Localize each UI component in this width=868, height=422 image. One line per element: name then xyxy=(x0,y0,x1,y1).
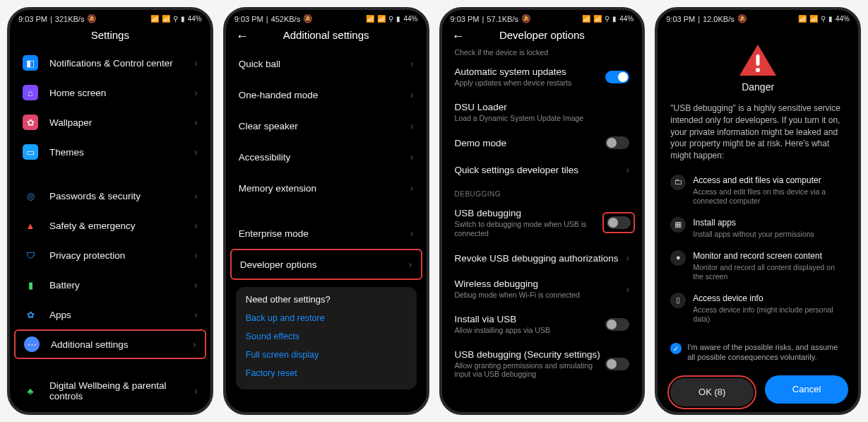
battery-pct: 44% xyxy=(403,15,417,23)
link-fullscreen[interactable]: Full screen display xyxy=(246,346,407,364)
warning-icon xyxy=(738,43,778,77)
status-bar: 9:03 PM | 321KB/s 🔕 📶 📶 ⚲ ▮ 44% xyxy=(10,10,210,25)
back-button[interactable]: ← xyxy=(452,29,465,44)
row-additional-settings[interactable]: ⋯ Additional settings › xyxy=(14,329,206,359)
screen-developer-options: 9:03 PM| 57.1KB/s 🔕 📶📶 ⚲▮ 44% ← Develope… xyxy=(439,7,646,415)
chevron-right-icon: › xyxy=(194,279,198,291)
signal-icon: 📶 xyxy=(150,15,159,23)
toggle-usb-debugging[interactable] xyxy=(607,216,631,229)
wifi-icon: ⚲ xyxy=(173,15,178,23)
toggle-demo-mode[interactable] xyxy=(605,136,629,149)
chevron-right-icon: › xyxy=(194,87,198,98)
toggle-auto-updates[interactable] xyxy=(605,71,629,83)
status-bar: 9:03 PM| 452KB/s 🔕 📶📶 ⚲▮ 44% xyxy=(226,10,427,25)
row-home-screen[interactable]: ⌂ Home screen › xyxy=(10,78,210,107)
row-clear-speaker[interactable]: Clear speaker › xyxy=(226,110,427,141)
notifications-icon: ◧ xyxy=(23,55,38,71)
chevron-right-icon: › xyxy=(194,146,198,158)
row-demo-mode[interactable]: Demo mode xyxy=(442,129,643,156)
chevron-right-icon: › xyxy=(626,252,630,264)
bullet-files: 🗀 Access and edit files via computer Acc… xyxy=(670,169,845,211)
status-net: 57.1KB/s xyxy=(487,15,518,23)
back-button[interactable]: ← xyxy=(236,29,249,44)
link-factory-reset[interactable]: Factory reset xyxy=(246,364,407,382)
row-developer-options[interactable]: Developer options › xyxy=(230,249,422,280)
link-backup[interactable]: Back up and restore xyxy=(246,309,407,327)
status-time: 9:03 PM xyxy=(666,15,695,23)
record-icon: ● xyxy=(670,250,686,266)
chevron-right-icon: › xyxy=(194,57,198,69)
row-memory-ext[interactable]: Memory extension › xyxy=(226,172,427,204)
cancel-button[interactable]: Cancel xyxy=(765,375,848,404)
signal-icon: 📶 xyxy=(162,15,170,23)
row-qs-tiles[interactable]: Quick settings developer tiles › xyxy=(442,156,643,183)
card-header: Need other settings? xyxy=(246,294,407,305)
chevron-right-icon: › xyxy=(194,220,198,231)
row-passwords[interactable]: ◎ Passwords & security › xyxy=(10,181,210,211)
chevron-right-icon: › xyxy=(409,259,412,270)
row-usb-security[interactable]: USB debugging (Security settings) Allow … xyxy=(442,342,643,386)
other-settings-card: Need other settings? Back up and restore… xyxy=(236,287,417,389)
consent-checkbox-row[interactable]: ✓ I'm aware of the possible risks, and a… xyxy=(658,329,858,370)
row-battery[interactable]: ▮ Battery › xyxy=(10,270,210,300)
row-wireless-debug[interactable]: Wireless debugging Debug mode when Wi-Fi… xyxy=(442,271,643,307)
screen-settings: 9:03 PM | 321KB/s 🔕 📶 📶 ⚲ ▮ 44% Settings… xyxy=(7,7,213,415)
home-icon: ⌂ xyxy=(23,85,38,100)
chevron-right-icon: › xyxy=(194,385,198,397)
dnd-icon: 🔕 xyxy=(521,14,531,23)
toggle-usb-security[interactable] xyxy=(605,358,629,370)
battery-pct: 44% xyxy=(619,15,634,23)
row-safety[interactable]: ▲ Safety & emergency › xyxy=(10,211,210,240)
row-wallpaper[interactable]: ✿ Wallpaper › xyxy=(10,107,210,137)
danger-body: "USB debugging" is a highly sensitive se… xyxy=(658,102,858,162)
row-one-handed[interactable]: One-handed mode › xyxy=(226,79,427,110)
page-title: Developer options xyxy=(499,29,585,41)
screen-additional-settings: 9:03 PM| 452KB/s 🔕 📶📶 ⚲▮ 44% ← Additiona… xyxy=(223,7,429,415)
grid-icon: ▦ xyxy=(670,217,686,233)
row-apps[interactable]: ✿ Apps › xyxy=(10,300,210,329)
row-accessibility[interactable]: Accessibility › xyxy=(226,141,427,172)
status-net: 12.0KB/s xyxy=(703,15,735,23)
dnd-icon: 🔕 xyxy=(87,14,97,23)
status-net: 321KB/s xyxy=(55,15,85,23)
row-revoke-usb[interactable]: Revoke USB debugging authorizations › xyxy=(442,245,643,271)
row-themes[interactable]: ▭ Themes › xyxy=(10,137,210,167)
chevron-right-icon: › xyxy=(410,182,414,194)
toggle-install-usb[interactable] xyxy=(605,318,629,331)
wifi-icon: ⚲ xyxy=(605,15,610,23)
chevron-right-icon: › xyxy=(410,58,414,69)
ok-button[interactable]: OK (8) xyxy=(670,378,754,406)
row-wellbeing[interactable]: ♣ Digital Wellbeing & parental controls … xyxy=(10,373,210,409)
wallpaper-icon: ✿ xyxy=(23,115,38,130)
danger-title: Danger xyxy=(658,81,858,93)
row-notifications[interactable]: ◧ Notifications & Control center › xyxy=(10,48,210,78)
page-title: Settings xyxy=(91,29,129,41)
themes-icon: ▭ xyxy=(23,144,38,160)
battery-menu-icon: ▮ xyxy=(23,277,38,293)
checkbox-checked-icon[interactable]: ✓ xyxy=(670,343,682,354)
row-usb-debugging[interactable]: USB debugging Switch to debugging mode w… xyxy=(442,201,643,245)
dnd-icon: 🔕 xyxy=(737,14,747,23)
top-note: Check if the device is locked xyxy=(442,48,643,59)
wellbeing-icon: ♣ xyxy=(23,383,38,399)
chevron-right-icon: › xyxy=(626,164,630,175)
row-quick-ball[interactable]: Quick ball › xyxy=(226,48,427,79)
wifi-icon: ⚲ xyxy=(388,15,393,23)
row-special[interactable]: ◆ Special features › xyxy=(10,409,210,415)
row-dsu-loader[interactable]: DSU Loader Load a Dynamic System Update … xyxy=(442,95,643,130)
battery-pct: 44% xyxy=(836,15,850,23)
link-sound[interactable]: Sound effects xyxy=(246,327,407,346)
chevron-right-icon: › xyxy=(194,250,198,261)
battery-icon: ▮ xyxy=(181,15,185,23)
status-net: 452KB/s xyxy=(271,15,301,23)
row-privacy[interactable]: 🛡 Privacy protection › xyxy=(10,240,210,270)
fingerprint-icon: ◎ xyxy=(23,188,38,204)
signal-icon: 📶 xyxy=(798,15,807,23)
row-install-usb[interactable]: Install via USB Allow installing apps vi… xyxy=(442,307,643,342)
row-auto-updates[interactable]: Automatic system updates Apply updates w… xyxy=(442,59,643,95)
bullet-record: ● Monitor and record screen content Moni… xyxy=(670,245,845,287)
chevron-right-icon: › xyxy=(410,228,414,239)
chevron-right-icon: › xyxy=(194,117,198,128)
battery-pct: 44% xyxy=(188,15,202,23)
row-enterprise[interactable]: Enterprise mode › xyxy=(226,218,427,249)
